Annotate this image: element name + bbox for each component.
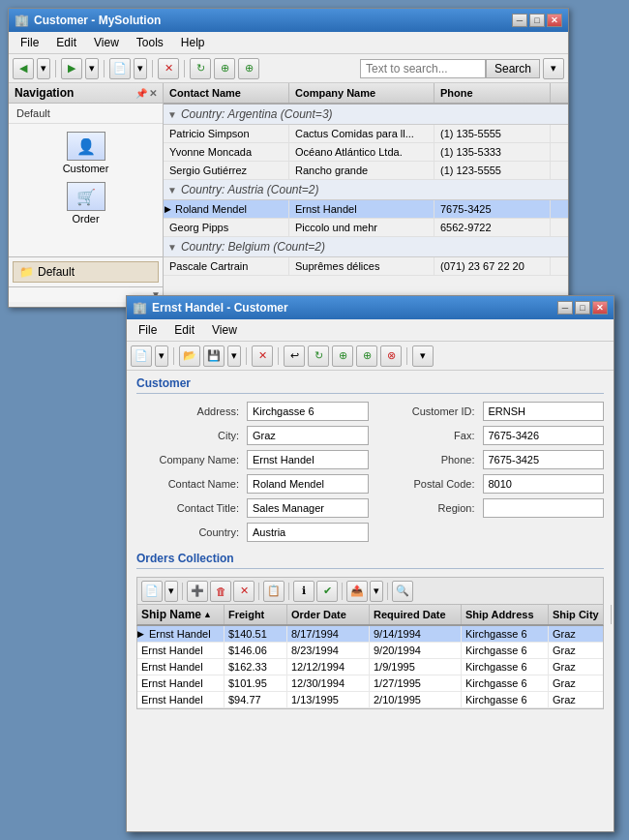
sidebar-item-customer[interactable]: 👤 Customer bbox=[57, 132, 115, 174]
ship-name-cell: Ernst Handel bbox=[137, 659, 225, 675]
orders-add-button[interactable]: ➕ bbox=[187, 581, 208, 602]
detail-refresh-button[interactable]: ↻ bbox=[308, 345, 329, 367]
menu-help[interactable]: Help bbox=[173, 34, 213, 51]
order-row[interactable]: Ernst Handel $94.77 1/13/1995 2/10/1995 … bbox=[137, 692, 603, 708]
companyname-value[interactable]: Ernst Handel bbox=[247, 450, 369, 469]
detail-close-button[interactable]: ✕ bbox=[592, 301, 608, 315]
detail-title-bar: 🏢 Ernst Handel - Customer ─ □ ✕ bbox=[127, 296, 614, 319]
required-date-cell: 1/27/1995 bbox=[370, 675, 462, 691]
minimize-button[interactable]: ─ bbox=[512, 14, 527, 27]
sep1 bbox=[55, 60, 56, 77]
table-row[interactable]: Patricio Simpson Cactus Comidas para ll.… bbox=[164, 125, 568, 143]
main-window-icon: 🏢 bbox=[15, 14, 29, 27]
contacttitle-value[interactable]: Sales Manager bbox=[247, 498, 369, 518]
refresh-button[interactable]: ↻ bbox=[190, 58, 211, 79]
forward-button[interactable]: ▶ bbox=[61, 58, 82, 79]
orders-ok-button[interactable]: ✔ bbox=[316, 581, 338, 602]
orders-filter-button[interactable]: 🔍 bbox=[392, 581, 413, 602]
city-value[interactable]: Graz bbox=[247, 426, 369, 445]
nav-close-button[interactable]: ✕ bbox=[149, 88, 157, 99]
group-label: Country: Belgium (Count=2) bbox=[181, 240, 325, 254]
menu-view[interactable]: View bbox=[86, 34, 127, 51]
expand-icon[interactable]: ▼ bbox=[167, 242, 177, 253]
search-button[interactable]: Search bbox=[486, 59, 540, 78]
detail-toolbar-options[interactable]: ▾ bbox=[412, 345, 434, 367]
search-input[interactable] bbox=[360, 59, 486, 78]
close-button[interactable]: ✕ bbox=[547, 14, 562, 27]
expand-icon[interactable]: ▼ bbox=[167, 109, 177, 120]
group-belgium[interactable]: ▼ Country: Belgium (Count=2) bbox=[164, 237, 568, 257]
phone-value[interactable]: 7675-3425 bbox=[483, 450, 605, 469]
expand-icon[interactable]: ▼ bbox=[167, 185, 177, 195]
detail-nav-next[interactable]: ⊕ bbox=[356, 345, 377, 367]
nav-prev-button[interactable]: ⊕ bbox=[214, 58, 235, 79]
col-phone: Phone bbox=[434, 83, 551, 103]
detail-window-icon: 🏢 bbox=[133, 301, 147, 315]
group-argentina[interactable]: ▼ Country: Argentina (Count=3) bbox=[164, 105, 568, 125]
back-button[interactable]: ◀ bbox=[13, 58, 34, 79]
detail-menu-file[interactable]: File bbox=[131, 321, 165, 339]
table-row[interactable]: Pascale Cartrain Suprêmes délices (071) … bbox=[164, 257, 568, 276]
region-value[interactable] bbox=[483, 498, 605, 518]
menu-tools[interactable]: Tools bbox=[129, 34, 171, 51]
delete-button[interactable]: ✕ bbox=[158, 58, 179, 79]
phone-label: Phone: bbox=[373, 450, 479, 469]
toolbar-options[interactable]: ▾ bbox=[543, 58, 564, 79]
col-contact-name: Contact Name bbox=[164, 83, 289, 103]
detail-minimize-button[interactable]: ─ bbox=[557, 301, 573, 315]
new-button[interactable]: 📄 bbox=[109, 58, 131, 79]
address-value[interactable]: Kirchgasse 6 bbox=[247, 402, 369, 421]
new-dropdown[interactable]: ▾ bbox=[134, 58, 147, 79]
orders-new-dropdown[interactable]: ▾ bbox=[165, 581, 178, 602]
contactname-value[interactable]: Roland Mendel bbox=[247, 474, 369, 494]
orders-copy-button[interactable]: 📋 bbox=[263, 581, 285, 602]
detail-nav-prev[interactable]: ⊕ bbox=[332, 345, 353, 367]
detail-stop-button[interactable]: ⊗ bbox=[380, 345, 402, 367]
forward-dropdown[interactable]: ▾ bbox=[85, 58, 99, 79]
detail-window-title: Ernst Handel - Customer bbox=[152, 301, 288, 315]
detail-save-dropdown[interactable]: ▾ bbox=[227, 345, 241, 367]
table-row[interactable]: Sergio Gutiérrez Rancho grande (1) 123-5… bbox=[164, 162, 568, 180]
col-freight: Freight bbox=[225, 605, 287, 624]
menu-file[interactable]: File bbox=[13, 34, 46, 51]
company-cell: Océano Atlántico Ltda. bbox=[289, 143, 434, 161]
detail-menu-view[interactable]: View bbox=[204, 321, 245, 339]
detail-delete-button[interactable]: ✕ bbox=[252, 345, 273, 367]
order-row[interactable]: Ernst Handel $146.06 8/23/1994 9/20/1994… bbox=[137, 643, 603, 659]
order-row[interactable]: ▶ Ernst Handel $140.51 8/17/1994 9/14/19… bbox=[137, 626, 603, 643]
country-value[interactable]: Austria bbox=[247, 523, 369, 542]
fax-value[interactable]: 7675-3426 bbox=[483, 426, 605, 445]
detail-maximize-button[interactable]: □ bbox=[575, 301, 590, 315]
detail-new-button[interactable]: 📄 bbox=[131, 345, 152, 367]
detail-undo-button[interactable]: ↩ bbox=[284, 345, 305, 367]
orders-new-button[interactable]: 📄 bbox=[141, 581, 163, 602]
nav-folder-default[interactable]: 📁 Default bbox=[13, 261, 159, 283]
ship-address-cell: Kirchgasse 6 bbox=[462, 659, 549, 675]
maximize-button[interactable]: □ bbox=[529, 14, 545, 27]
table-row[interactable]: Yvonne Moncada Océano Atlántico Ltda. (1… bbox=[164, 143, 568, 162]
table-row[interactable]: Georg Pipps Piccolo und mehr 6562-9722 bbox=[164, 219, 568, 237]
nav-next-button[interactable]: ⊕ bbox=[238, 58, 259, 79]
group-austria[interactable]: ▼ Country: Austria (Count=2) bbox=[164, 180, 568, 200]
orders-export-dropdown[interactable]: ▾ bbox=[370, 581, 383, 602]
back-dropdown[interactable]: ▾ bbox=[37, 58, 50, 79]
orders-export-button[interactable]: 📤 bbox=[346, 581, 368, 602]
nav-title: Navigation bbox=[15, 86, 74, 100]
order-row[interactable]: Ernst Handel $101.95 12/30/1994 1/27/199… bbox=[137, 675, 603, 692]
orders-delete-button[interactable]: 🗑 bbox=[210, 581, 231, 602]
orders-info-button[interactable]: ℹ bbox=[293, 581, 314, 602]
detail-menu-edit[interactable]: Edit bbox=[166, 321, 202, 339]
sidebar-item-order[interactable]: 🛒 Order bbox=[57, 182, 115, 225]
nav-pin-button[interactable]: 📌 bbox=[135, 88, 147, 99]
detail-save-button[interactable]: 💾 bbox=[203, 345, 225, 367]
detail-new-dropdown[interactable]: ▾ bbox=[155, 345, 168, 367]
detail-open-button[interactable]: 📂 bbox=[179, 345, 200, 367]
customerid-value[interactable]: ERNSH bbox=[483, 402, 605, 421]
menu-edit[interactable]: Edit bbox=[48, 34, 84, 51]
order-row[interactable]: Ernst Handel $162.33 12/12/1994 1/9/1995… bbox=[137, 659, 603, 675]
table-row[interactable]: ▶ Roland Mendel Ernst Handel 7675-3425 bbox=[164, 200, 568, 219]
orders-remove-button[interactable]: ✕ bbox=[233, 581, 255, 602]
detail-toolbar: 📄 ▾ 📂 💾 ▾ ✕ ↩ ↻ ⊕ ⊕ ⊗ ▾ bbox=[127, 342, 614, 371]
orders-section: Orders Collection 📄 ▾ ➕ 🗑 ✕ 📋 ℹ ✔ 📤 ▾ 🔍 bbox=[136, 552, 604, 709]
postalcode-value[interactable]: 8010 bbox=[483, 474, 605, 494]
